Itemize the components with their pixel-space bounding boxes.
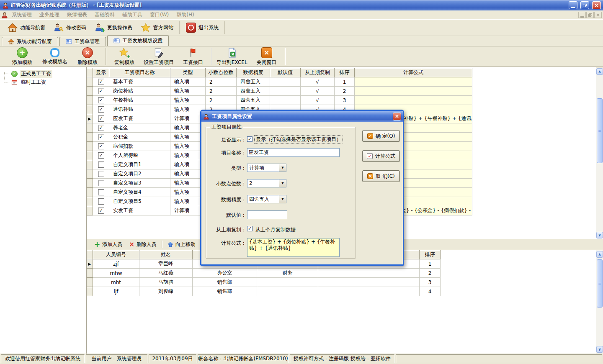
copy-template-button[interactable]: +复制模版 <box>108 47 141 66</box>
menu-item-3[interactable]: 基础资料 <box>91 11 119 18</box>
export-excel-button[interactable]: 导出到EXCEL <box>214 47 250 66</box>
display-checkbox-cell[interactable]: ✓ <box>93 105 109 114</box>
show-checkbox[interactable]: ✓ <box>247 136 253 142</box>
display-checkbox-cell[interactable]: ✓ <box>93 151 109 160</box>
minimize-button[interactable] <box>569 1 577 9</box>
precision-dropdown[interactable]: 四舍五入 ▼ <box>247 195 286 203</box>
checkbox[interactable] <box>98 189 104 195</box>
tab-system-nav[interactable]: 系统功能导航窗 <box>2 37 58 46</box>
copy-prev-checkbox[interactable]: ✓ <box>247 226 253 231</box>
display-checkbox-cell[interactable]: ✓ <box>93 133 109 142</box>
checkbox[interactable] <box>98 198 104 205</box>
decimals-dropdown[interactable]: 2 ▼ <box>247 179 286 187</box>
salary-interface-button[interactable]: 工资接口 <box>177 47 209 66</box>
menu-item-2[interactable]: 账簿报表 <box>63 11 91 18</box>
display-checkbox-cell[interactable]: ✓ <box>93 123 109 133</box>
menu-item-1[interactable]: 业务处理 <box>36 11 63 18</box>
delete-template-button[interactable]: ×删除模版 <box>71 47 104 66</box>
scrollbar-thumb[interactable]: ≡ <box>597 98 603 163</box>
default-field-label: 默认值： <box>201 212 246 219</box>
staff-row[interactable]: mhw马红薇办公室财务2 <box>87 269 441 278</box>
nav-window-button[interactable]: 功能导航窗 <box>3 21 49 34</box>
restore-button[interactable] <box>580 1 589 9</box>
display-checkbox-cell[interactable]: ✓ <box>93 87 109 96</box>
column-header: 数据精度 <box>237 68 270 77</box>
scrollbar-thumb[interactable]: ≡ <box>597 259 603 308</box>
chevron-up-icon[interactable]: ∧ <box>596 68 603 75</box>
staff-row[interactable]: mht马胡腾销售部3 <box>87 278 441 287</box>
display-checkbox-cell[interactable] <box>93 197 109 206</box>
formula-button[interactable]: ✓计算公式 <box>362 150 400 162</box>
child-minimize-button[interactable] <box>578 12 586 18</box>
copy-checkbox-label[interactable]: 从上个月复制数据 <box>255 226 296 233</box>
checkbox-checked[interactable]: ✓ <box>98 143 104 149</box>
chevron-up-icon[interactable]: ∧ <box>596 251 603 258</box>
salary-row[interactable]: ✓岗位补贴输入项2四舍五入√2 <box>87 87 472 96</box>
staff-row[interactable]: ljf刘俊峰销售部4 <box>87 287 441 296</box>
checkbox[interactable] <box>98 180 104 186</box>
rename-template-button[interactable]: 修改模版名 <box>39 47 71 66</box>
salary-row[interactable]: ✓基本工资输入项2四舍五入√1 <box>87 77 472 87</box>
type-dropdown[interactable]: 计算项 ▼ <box>247 164 286 172</box>
item-name-input[interactable] <box>247 148 340 157</box>
menu-item-0[interactable]: 系统管理 <box>8 11 36 18</box>
checkbox[interactable] <box>98 161 104 168</box>
add-template-button[interactable]: +添加模版 <box>6 47 39 66</box>
checkbox[interactable] <box>98 171 104 177</box>
tab-salary-sheet[interactable]: 工资单管理 <box>59 37 106 46</box>
child-close-button[interactable]: × <box>594 12 602 18</box>
close-button[interactable]: × <box>592 1 601 9</box>
column-header <box>87 250 93 259</box>
chevron-down-icon[interactable]: ∨ <box>596 346 603 353</box>
chevron-down-icon[interactable]: ▼ <box>279 195 286 203</box>
chevron-down-icon[interactable]: ▼ <box>279 179 286 187</box>
item-name-cell: 养老金 <box>109 123 170 133</box>
status-segment-2: 2011年03月09日 <box>149 354 196 363</box>
move-up-button[interactable]: 向上移动 <box>164 240 199 249</box>
chevron-down-icon[interactable]: ▼ <box>279 164 286 172</box>
dialog-close-button[interactable]: × <box>393 113 401 120</box>
cancel-button[interactable]: ×取 消(C) <box>362 170 400 182</box>
menu-item-4[interactable]: 辅助工具 <box>119 11 146 18</box>
tree-item-formal-salary[interactable]: ✓正式员工工资 <box>0 69 86 78</box>
checkbox-checked[interactable]: ✓ <box>98 88 104 94</box>
salary-grid-scrollbar[interactable]: ∧ ≡ ∨ <box>596 68 603 238</box>
show-checkbox-label[interactable]: 显示（打勾选择是否显示该工资项目） <box>254 135 343 144</box>
change-password-button[interactable]: 修改密码 <box>49 21 90 34</box>
confirm-button[interactable]: ✓确 定(O) <box>362 130 400 142</box>
set-salary-items-button[interactable]: 设置工资项目 <box>141 47 177 66</box>
delete-person-button[interactable]: ×删除人员 <box>126 240 160 249</box>
display-checkbox-cell[interactable]: ✓ <box>93 77 109 87</box>
display-checkbox-cell[interactable]: ✓ <box>93 114 109 123</box>
display-checkbox-cell[interactable]: ✓ <box>93 142 109 151</box>
child-restore-button[interactable] <box>586 12 594 18</box>
display-checkbox-cell[interactable] <box>93 179 109 188</box>
menu-item-6[interactable]: 帮助(H) <box>173 11 198 18</box>
checkbox-checked[interactable]: ✓ <box>98 106 104 113</box>
checkbox-checked[interactable]: ✓ <box>98 97 104 103</box>
display-checkbox-cell[interactable] <box>93 160 109 169</box>
checkbox-checked[interactable]: ✓ <box>98 115 104 122</box>
formula-textarea[interactable]: {基本工资} + {岗位补贴} + {午餐补贴} + {通讯补贴} <box>247 238 340 257</box>
display-checkbox-cell[interactable]: ✓ <box>93 206 109 215</box>
default-value-input[interactable] <box>247 210 287 219</box>
checkbox-checked[interactable]: ✓ <box>98 152 104 159</box>
add-person-button[interactable]: +添加人员 <box>91 240 126 249</box>
salary-row[interactable]: ✓午餐补贴输入项2四舍五入√3 <box>87 96 472 105</box>
display-checkbox-cell[interactable]: ✓ <box>93 96 109 105</box>
tree-item-temp-salary[interactable]: 临时工工资 <box>0 78 86 86</box>
close-window-button[interactable]: ×关闭窗口 <box>250 47 283 66</box>
display-checkbox-cell[interactable] <box>93 188 109 197</box>
chevron-down-icon[interactable]: ∨ <box>596 232 603 238</box>
staff-grid-scrollbar[interactable]: ∧ ≡ ∨ <box>596 250 603 354</box>
checkbox-checked[interactable]: ✓ <box>98 125 104 131</box>
switch-operator-button[interactable]: 更换操作员 <box>90 21 137 34</box>
tab-template-setup[interactable]: 工资发放模版设置 <box>107 35 169 46</box>
menu-item-5[interactable]: 窗口(W) <box>146 11 173 18</box>
checkbox-checked[interactable]: ✓ <box>98 134 104 140</box>
official-site-button[interactable]: 官方网站 <box>137 21 178 34</box>
exit-system-button[interactable]: 退出系统 <box>182 21 223 34</box>
checkbox-checked[interactable]: ✓ <box>98 79 104 85</box>
display-checkbox-cell[interactable] <box>93 169 109 179</box>
checkbox-checked[interactable]: ✓ <box>98 208 104 214</box>
